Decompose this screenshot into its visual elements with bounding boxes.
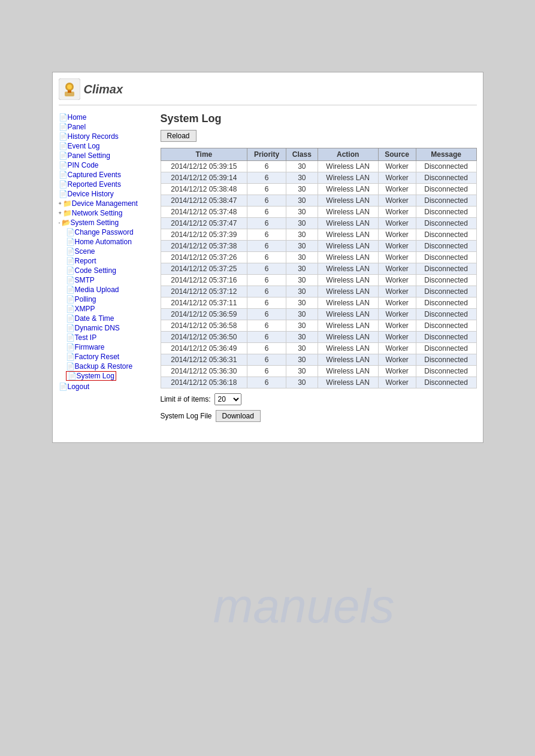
- page-icon: 📄: [59, 113, 68, 122]
- sidebar-link-system-setting[interactable]: System Setting: [71, 218, 119, 227]
- sidebar-link-reported-events[interactable]: Reported Events: [68, 180, 121, 189]
- sidebar-link-code-setting[interactable]: Code Setting: [75, 266, 116, 275]
- sidebar-link-xmpp[interactable]: XMPP: [75, 305, 95, 313]
- sidebar-item-polling[interactable]: 📄 Polling: [66, 294, 155, 304]
- page-icon: 📄: [66, 276, 75, 284]
- nav-home: 📄 Home 📄 Panel 📄 History Records 📄 Event…: [59, 113, 155, 391]
- table-cell: 2014/12/12 05:37:25: [161, 263, 247, 275]
- sidebar-item-home-automation[interactable]: 📄 Home Automation: [66, 237, 155, 247]
- sidebar-item-system-setting[interactable]: - 📂 System Setting: [59, 218, 155, 227]
- sidebar-link-panel-setting[interactable]: Panel Setting: [68, 151, 110, 160]
- table-cell: Disconnected: [416, 195, 476, 207]
- sidebar-link-date-time[interactable]: Date & Time: [75, 314, 114, 323]
- sidebar-link-media-upload[interactable]: Media Upload: [75, 286, 119, 294]
- sidebar-link-logout[interactable]: Logout: [68, 382, 90, 391]
- sidebar-link-device-management[interactable]: Device Management: [72, 199, 138, 208]
- sidebar-link-home[interactable]: Home: [68, 113, 87, 122]
- col-priority: Priority: [247, 148, 286, 161]
- table-cell: 30: [286, 195, 318, 207]
- sidebar-link-firmware[interactable]: Firmware: [75, 343, 105, 351]
- sidebar-link-home-automation[interactable]: Home Automation: [75, 238, 132, 246]
- reload-button[interactable]: Reload: [161, 130, 197, 142]
- sidebar-item-home[interactable]: 📄 Home: [59, 113, 155, 122]
- svg-rect-4: [68, 90, 71, 93]
- sidebar-item-logout[interactable]: 📄 Logout: [59, 382, 155, 391]
- sidebar-link-change-password[interactable]: Change Password: [75, 228, 134, 236]
- table-cell: 6: [247, 320, 286, 332]
- limit-select[interactable]: 2050100: [214, 393, 241, 405]
- sidebar-item-smtp[interactable]: 📄 SMTP: [66, 275, 155, 285]
- log-table: Time Priority Class Action Source Messag…: [161, 148, 477, 388]
- sidebar-item-code-setting[interactable]: 📄 Code Setting: [66, 266, 155, 275]
- sidebar-item-device-management[interactable]: + 📁 Device Management: [59, 199, 155, 208]
- sidebar-link-network-setting[interactable]: Network Setting: [72, 209, 123, 217]
- sidebar-link-pin-code[interactable]: PIN Code: [68, 161, 99, 169]
- table-cell: Worker: [378, 207, 416, 218]
- table-cell: 30: [286, 286, 318, 297]
- download-button[interactable]: Download: [216, 410, 261, 422]
- sidebar-link-event-log[interactable]: Event Log: [68, 142, 100, 150]
- sidebar-link-report[interactable]: Report: [75, 257, 96, 265]
- sidebar-link-system-log[interactable]: System Log: [77, 372, 114, 380]
- sidebar-item-captured-events[interactable]: 📄 Captured Events: [59, 170, 155, 180]
- table-row: 2014/12/12 05:36:58630Wireless LANWorker…: [161, 320, 476, 332]
- sidebar-item-change-password[interactable]: 📄 Change Password: [66, 227, 155, 237]
- table-cell: 6: [247, 229, 286, 241]
- table-row: 2014/12/12 05:36:30630Wireless LANWorker…: [161, 366, 476, 377]
- sidebar-link-captured-events[interactable]: Captured Events: [68, 171, 121, 179]
- page-icon: 📄: [66, 353, 75, 361]
- table-cell: Disconnected: [416, 366, 476, 377]
- sidebar-item-panel[interactable]: 📄 Panel: [59, 122, 155, 132]
- sidebar-item-scene[interactable]: 📄 Scene: [66, 247, 155, 256]
- page-icon: 📄: [66, 286, 75, 294]
- table-cell: Worker: [378, 229, 416, 241]
- table-cell: Wireless LAN: [318, 366, 378, 377]
- sidebar-link-panel[interactable]: Panel: [68, 123, 86, 131]
- sidebar-link-history-records[interactable]: History Records: [68, 132, 119, 141]
- sidebar-item-factory-reset[interactable]: 📄 Factory Reset: [66, 352, 155, 362]
- sidebar-link-polling[interactable]: Polling: [75, 295, 96, 303]
- sidebar-item-backup-restore[interactable]: 📄 Backup & Restore: [66, 362, 155, 371]
- table-cell: 2014/12/12 05:37:12: [161, 286, 247, 297]
- col-time: Time: [161, 148, 247, 161]
- sidebar-item-dynamic-dns[interactable]: 📄 Dynamic DNS: [66, 323, 155, 333]
- table-cell: 6: [247, 241, 286, 252]
- sidebar-item-firmware[interactable]: 📄 Firmware: [66, 342, 155, 352]
- sidebar-item-reported-events[interactable]: 📄 Reported Events: [59, 180, 155, 189]
- table-cell: 30: [286, 275, 318, 286]
- table-cell: Wireless LAN: [318, 320, 378, 332]
- sidebar-item-system-log[interactable]: 📄 System Log: [66, 371, 116, 381]
- sidebar-item-history-records[interactable]: 📄 History Records: [59, 132, 155, 141]
- sidebar-item-panel-setting[interactable]: 📄 Panel Setting: [59, 151, 155, 160]
- sidebar-item-network-setting[interactable]: + 📁 Network Setting: [59, 208, 155, 218]
- table-cell: 6: [247, 332, 286, 343]
- folder-open-icon: 📂: [62, 218, 71, 227]
- table-cell: Disconnected: [416, 172, 476, 184]
- sidebar-link-scene[interactable]: Scene: [75, 247, 95, 256]
- table-cell: 2014/12/12 05:36:59: [161, 309, 247, 320]
- logo-text: Climax: [84, 83, 123, 96]
- sidebar-link-device-history[interactable]: Device History: [68, 190, 114, 198]
- table-row: 2014/12/12 05:36:31630Wireless LANWorker…: [161, 354, 476, 366]
- table-cell: 6: [247, 297, 286, 309]
- sidebar-item-xmpp[interactable]: 📄 XMPP: [66, 304, 155, 314]
- sidebar-link-test-ip[interactable]: Test IP: [75, 333, 97, 342]
- page-icon: 📄: [59, 142, 68, 150]
- sidebar-item-event-log[interactable]: 📄 Event Log: [59, 141, 155, 151]
- sidebar-item-media-upload[interactable]: 📄 Media Upload: [66, 285, 155, 294]
- main-container: Climax 📄 Home 📄 Panel 📄 History Reco: [52, 72, 483, 443]
- sidebar-link-dynamic-dns[interactable]: Dynamic DNS: [75, 324, 120, 332]
- sidebar-item-device-history[interactable]: 📄 Device History: [59, 189, 155, 199]
- table-cell: 6: [247, 343, 286, 354]
- sidebar-link-backup-restore[interactable]: Backup & Restore: [75, 362, 133, 371]
- page-icon: 📄: [66, 266, 75, 275]
- sidebar-item-test-ip[interactable]: 📄 Test IP: [66, 333, 155, 342]
- sidebar-item-report[interactable]: 📄 Report: [66, 256, 155, 266]
- sidebar-link-smtp[interactable]: SMTP: [75, 276, 95, 284]
- page-icon: 📄: [59, 151, 68, 160]
- table-cell: 2014/12/12 05:36:31: [161, 354, 247, 366]
- sidebar-item-pin-code[interactable]: 📄 PIN Code: [59, 160, 155, 170]
- sidebar-item-date-time[interactable]: 📄 Date & Time: [66, 314, 155, 323]
- sidebar-link-factory-reset[interactable]: Factory Reset: [75, 353, 120, 361]
- page-icon: 📄: [66, 295, 75, 303]
